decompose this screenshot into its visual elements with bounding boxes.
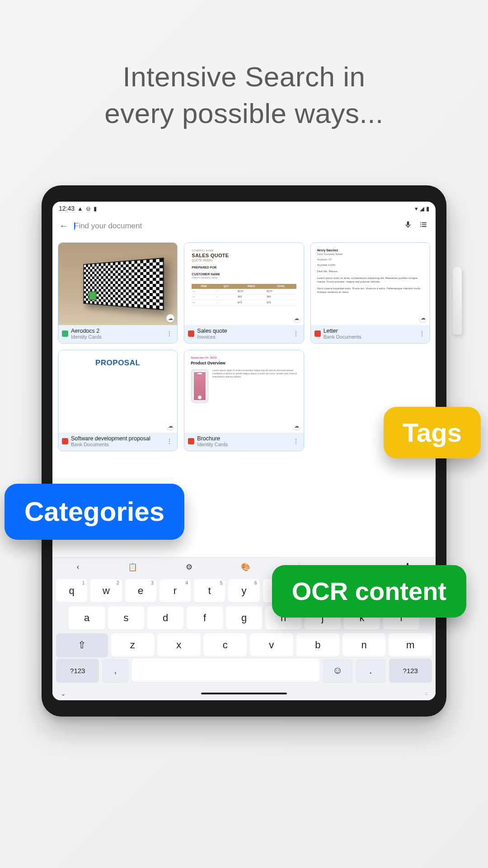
view-toggle-button[interactable] (416, 220, 431, 231)
keyboard-handle: ⌄ :::: (52, 687, 436, 700)
thumb-smalltext: COMPANY NAME (192, 249, 296, 252)
voice-search-button[interactable] (400, 221, 416, 231)
doc-thumb: September 04, 20XX Product Overview Lore… (184, 350, 303, 433)
palette-icon[interactable]: 🎨 (241, 562, 250, 572)
thumb-mini: Client's company name (192, 276, 296, 279)
brochure-text: Lorem ipsum dolor sit amet consectetur a… (212, 369, 297, 403)
cloud-sync-icon: ☁ (293, 314, 301, 322)
brochure-date: September 04, 20XX (191, 356, 297, 359)
keyboard-settings-icon[interactable]: :::: (425, 691, 427, 696)
key-d[interactable]: d (147, 606, 183, 630)
key-c[interactable]: c (204, 633, 247, 657)
text-cursor (74, 222, 75, 230)
doc-title: Aerodocs 2 (71, 328, 163, 334)
stylus-decor (453, 267, 462, 335)
key-s[interactable]: s (108, 606, 144, 630)
symbols-key[interactable]: ?123 (56, 659, 99, 682)
shift-key[interactable]: ⇧ (56, 633, 108, 657)
key-r[interactable]: r4 (160, 579, 191, 603)
doc-footer: Sales quote Invoices ⋮ (184, 325, 303, 343)
key-v[interactable]: v (250, 633, 293, 657)
symbols-key[interactable]: ?123 (389, 659, 432, 682)
period-key[interactable]: . (356, 659, 385, 682)
letter-greet: Dear Ms. Ramos, (317, 269, 423, 273)
key-x[interactable]: x (157, 633, 200, 657)
key-e[interactable]: e3 (125, 579, 156, 603)
doc-category: Invoices (197, 334, 289, 340)
cloud-sync-icon: ☁ (293, 422, 301, 430)
back-button[interactable]: ← (57, 221, 70, 231)
doc-card[interactable]: Henry Sanchez 1122 Company Street Anytow… (310, 242, 430, 344)
doc-title: Brochure (197, 435, 289, 442)
status-time: 12:43 (59, 205, 75, 212)
doc-type-icon (188, 330, 194, 337)
key-f[interactable]: f (187, 606, 223, 630)
badge-ocr: OCR content (272, 565, 466, 618)
documents-grid: ☁ Aerodocs 2 Identity Cards ⋮ COMPANY NA… (52, 237, 436, 451)
card-menu-button[interactable]: ⋮ (292, 438, 300, 445)
doc-card[interactable]: ☁ Aerodocs 2 Identity Cards ⋮ (58, 242, 178, 344)
doc-type-icon (188, 438, 194, 444)
collapse-keyboard-icon[interactable]: ⌄ (61, 690, 66, 697)
key-y[interactable]: y6 (228, 579, 259, 603)
search-input[interactable] (74, 222, 400, 231)
hero-title: Intensive Search in every possible ways.… (0, 0, 488, 132)
key-w[interactable]: w2 (90, 579, 122, 603)
key-a[interactable]: a (69, 606, 105, 630)
cloud-sync-icon: ☁ (419, 314, 427, 322)
chevron-left-icon[interactable]: ‹ (77, 562, 80, 571)
doc-thumb: Henry Sanchez 1122 Company Street Anytow… (311, 243, 430, 325)
doc-title: Letter (324, 328, 415, 334)
hero-line1: Intensive Search in (0, 59, 488, 95)
thumb-label: PREPARED FOR (192, 265, 296, 269)
doc-thumb: COMPANY NAME SALES QUOTE QUOTE #00001 PR… (184, 243, 303, 325)
letter-addr: Anytown, ST (317, 258, 423, 261)
comma-key[interactable]: , (102, 659, 128, 682)
status-dnd-icon: ⊖ (86, 205, 91, 212)
space-key[interactable] (132, 659, 319, 682)
status-clipboard-icon: ▮ (94, 205, 97, 212)
clipboard-icon[interactable]: 📋 (128, 562, 137, 572)
key-g[interactable]: g (226, 606, 262, 630)
card-menu-button[interactable]: ⋮ (418, 330, 426, 337)
battery-icon: ▮ (426, 205, 429, 212)
screen: 12:43 ▲ ⊖ ▮ ▾ ◢ ▮ ← (52, 202, 436, 700)
keyboard-bottom-row: ?123 , ☺ . ?123 (52, 659, 436, 687)
key-n[interactable]: n (343, 633, 385, 657)
key-b[interactable]: b (296, 633, 339, 657)
key-q[interactable]: q1 (56, 579, 87, 603)
key-m[interactable]: m (389, 633, 432, 657)
doc-thumb: ☁ (58, 243, 177, 325)
doc-category: Bank Documents (324, 334, 415, 340)
card-menu-button[interactable]: ⋮ (292, 330, 300, 337)
search-bar: ← (52, 215, 436, 237)
thumb-sub: QUOTE #00001 (192, 259, 296, 262)
settings-gear-icon[interactable]: ⚙ (186, 562, 192, 572)
brochure-body: Lorem ipsum dolor sit amet consectetur a… (191, 369, 297, 403)
doc-footer: Aerodocs 2 Identity Cards ⋮ (58, 325, 177, 343)
key-z[interactable]: z (111, 633, 154, 657)
doc-card[interactable]: PROPOSAL ☁ Software development proposal… (58, 350, 178, 451)
card-menu-button[interactable]: ⋮ (165, 438, 174, 445)
keyboard-row-3: ⇧zxcvbnm (56, 633, 432, 657)
search-field-wrap[interactable] (74, 222, 400, 231)
doc-category: Bank Documents (71, 442, 163, 447)
thumb-headline: SALES QUOTE (192, 252, 296, 259)
doc-title: Sales quote (197, 328, 289, 334)
doc-meta: Software development proposal Bank Docum… (71, 435, 163, 447)
doc-footer: Brochure Identity Cards ⋮ (184, 433, 303, 451)
hero-line2: every possible ways... (0, 95, 488, 132)
emoji-key[interactable]: ☺ (323, 659, 352, 682)
card-menu-button[interactable]: ⋮ (165, 330, 174, 337)
status-bar: 12:43 ▲ ⊖ ▮ ▾ ◢ ▮ (52, 202, 436, 215)
key-t[interactable]: t5 (194, 579, 225, 603)
cloud-sync-icon: ☁ (166, 314, 174, 322)
doc-type-icon (314, 330, 321, 337)
doc-card[interactable]: COMPANY NAME SALES QUOTE QUOTE #00001 PR… (184, 242, 304, 344)
doc-card[interactable]: September 04, 20XX Product Overview Lore… (184, 350, 304, 451)
doc-category: Identity Cards (71, 334, 163, 340)
doc-type-icon (62, 438, 68, 444)
letter-addr: 1122 Company Street (317, 252, 423, 256)
nav-handle[interactable] (201, 693, 287, 694)
letter-name: Henry Sanchez (317, 248, 423, 252)
